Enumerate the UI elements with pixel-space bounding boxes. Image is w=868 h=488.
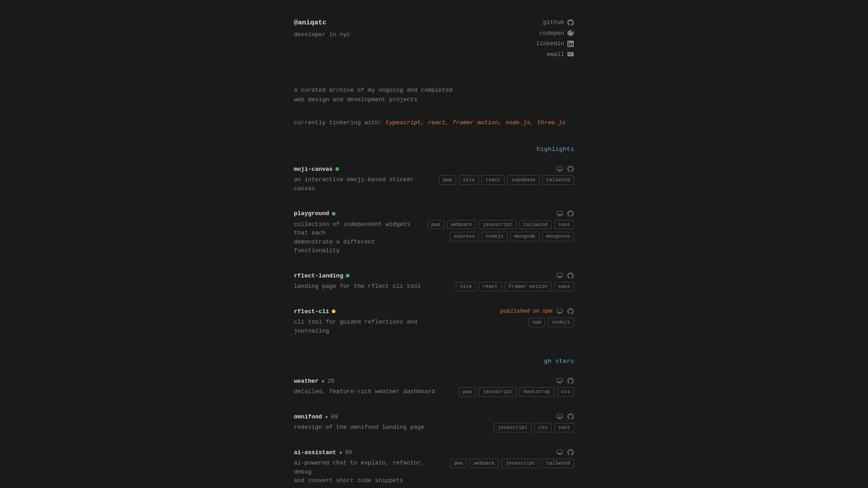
project-desc-left: redesign of the omnifood landing page bbox=[294, 423, 485, 436]
github-repo-icon[interactable] bbox=[567, 308, 574, 315]
tag-bootstrap: bootstrap bbox=[519, 387, 554, 397]
status-dot-green bbox=[332, 212, 335, 216]
github-repo-icon[interactable] bbox=[567, 272, 574, 279]
project-tags: vite react framer motion sass bbox=[456, 282, 574, 291]
gh-stars-header: gh stars bbox=[294, 357, 574, 366]
project-desc-row: landing page for the rflect cli tool vit… bbox=[294, 282, 574, 295]
desktop-icon[interactable] bbox=[556, 272, 563, 279]
codepen-link[interactable]: codepen bbox=[539, 29, 574, 38]
social-links: github codepen linkedin email bbox=[536, 18, 574, 59]
project-desc-row: collection of independent widgets that e… bbox=[294, 220, 574, 259]
project-weather: weather ★ 26 detailed, feature-rich weat… bbox=[294, 377, 574, 400]
project-name: rflect-cli bbox=[294, 307, 329, 316]
tag-express: express bbox=[450, 232, 479, 241]
codepen-label: codepen bbox=[539, 29, 564, 38]
username: @aniqatc bbox=[294, 18, 350, 28]
bio-line2: web design and development projects bbox=[294, 95, 574, 105]
tag-sass: sass bbox=[554, 282, 574, 291]
tags-row-2: express nodejs mongodb mongoose bbox=[450, 232, 574, 241]
project-rflect-landing: rflect-landing landing page for the rfle… bbox=[294, 272, 574, 295]
tag-react: react bbox=[481, 175, 505, 185]
github-repo-icon[interactable] bbox=[567, 377, 574, 385]
project-desc-row: cli tool for guided reflections andjourn… bbox=[294, 318, 574, 339]
highlights-header: highlights bbox=[294, 145, 574, 154]
project-desc-left: ai-powered chat to explain, refactor, de… bbox=[294, 459, 441, 488]
project-description: collection of independent widgets that e… bbox=[294, 220, 418, 255]
tag-javascript: javascript bbox=[479, 387, 517, 397]
status-dot-yellow bbox=[332, 310, 335, 313]
bio-line1: a curated archive of my ongoing and comp… bbox=[294, 86, 574, 95]
email-icon bbox=[567, 51, 574, 58]
project-name: omnifood bbox=[294, 413, 322, 422]
project-rflect-cli: rflect-cli published on npm cli tool for… bbox=[294, 307, 574, 339]
project-name: weather bbox=[294, 377, 319, 386]
github-icon bbox=[567, 19, 574, 26]
project-desc-row: detailed, feature-rich weather dashboard… bbox=[294, 387, 574, 400]
project-title-row: rflect-landing bbox=[294, 272, 574, 281]
tag-javascript: javascript bbox=[494, 423, 532, 432]
github-repo-icon[interactable] bbox=[567, 210, 574, 217]
github-link[interactable]: github bbox=[543, 18, 574, 27]
tag-javascript: javascript bbox=[501, 459, 539, 468]
published-npm: published on npm bbox=[500, 307, 552, 315]
desktop-icon[interactable] bbox=[556, 165, 563, 173]
project-description: landing page for the rflect cli tool bbox=[294, 282, 447, 291]
header: @aniqatc developer in nyc github codepen… bbox=[294, 18, 574, 59]
github-repo-icon[interactable] bbox=[567, 449, 574, 456]
project-icons bbox=[556, 449, 574, 456]
project-title-row: omnifood ★ 09 bbox=[294, 413, 574, 422]
gh-stars-section: gh stars weather ★ 26 bbox=[294, 357, 574, 488]
email-link[interactable]: email bbox=[547, 50, 574, 59]
project-icons bbox=[556, 210, 574, 217]
project-desc-left: detailed, feature-rich weather dashboard bbox=[294, 387, 450, 400]
tag-pwa: pwa bbox=[459, 387, 476, 397]
star-icon: ★ bbox=[339, 448, 343, 457]
tag-tailwind: tailwind bbox=[542, 459, 574, 468]
project-icons bbox=[556, 413, 574, 420]
tinkering-prefix: currently tinkering with: bbox=[294, 119, 386, 126]
desktop-icon[interactable] bbox=[556, 413, 563, 420]
tag-sass: sass bbox=[554, 423, 574, 432]
tag-mongoose: mongoose bbox=[542, 232, 574, 241]
star-count: 05 bbox=[345, 448, 352, 457]
project-description: redesign of the omnifood landing page bbox=[294, 423, 485, 432]
desktop-icon[interactable] bbox=[556, 377, 563, 385]
project-desc-left: cli tool for guided reflections andjourn… bbox=[294, 318, 519, 339]
tag-webpack: webpack bbox=[447, 220, 476, 230]
tag-react: react bbox=[479, 282, 502, 291]
desktop-icon[interactable] bbox=[556, 308, 563, 315]
project-desc-row: an interactive emoji-based sticker canva… bbox=[294, 175, 574, 197]
github-label: github bbox=[543, 18, 564, 27]
project-tags: pwa webpack javascript tailwind bbox=[450, 459, 574, 468]
project-desc-row: ai-powered chat to explain, refactor, de… bbox=[294, 459, 574, 488]
codepen-icon bbox=[567, 29, 574, 37]
linkedin-link[interactable]: linkedin bbox=[536, 39, 574, 48]
project-desc-left: an interactive emoji-based sticker canva… bbox=[294, 175, 430, 197]
tags-row: javascript css sass bbox=[494, 423, 574, 432]
project-title-left: playground bbox=[294, 209, 335, 218]
github-repo-icon[interactable] bbox=[567, 165, 574, 173]
tags-row-1: pwa webpack javascript tailwind sass bbox=[427, 220, 574, 230]
project-icons bbox=[556, 272, 574, 279]
project-description: cli tool for guided reflections andjourn… bbox=[294, 318, 519, 335]
status-dot-green bbox=[346, 274, 349, 277]
project-playground: playground collection of independent wid… bbox=[294, 209, 574, 259]
project-tags: pwa vite react supabase tailwind bbox=[439, 175, 574, 185]
tag-pwa: pwa bbox=[439, 175, 456, 185]
desktop-icon[interactable] bbox=[556, 449, 563, 456]
project-tags: pwa webpack javascript tailwind sass exp… bbox=[427, 220, 574, 241]
tag-pwa: pwa bbox=[427, 220, 444, 230]
project-title-left: ai-assistant ★ 05 bbox=[294, 448, 352, 457]
star-count: 26 bbox=[327, 377, 335, 386]
tag-css: css bbox=[534, 423, 552, 432]
star-icon: ★ bbox=[321, 377, 325, 386]
project-tags: pwa javascript bootstrap css bbox=[459, 387, 574, 397]
project-title-left: omnifood ★ 09 bbox=[294, 413, 338, 422]
project-name: moji-canvas bbox=[294, 165, 333, 174]
project-description: an interactive emoji-based sticker canva… bbox=[294, 175, 430, 193]
github-repo-icon[interactable] bbox=[567, 413, 574, 420]
header-left: @aniqatc developer in nyc bbox=[294, 18, 350, 39]
tinkering-items: typescript, react, framer motion, node.j… bbox=[386, 119, 566, 126]
tag-nodejs: nodejs bbox=[548, 318, 574, 327]
desktop-icon[interactable] bbox=[556, 210, 563, 217]
